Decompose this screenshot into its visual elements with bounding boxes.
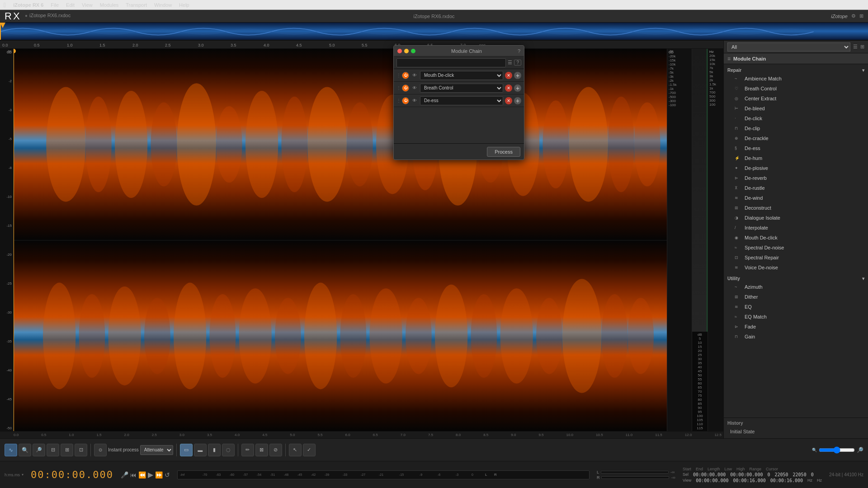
help-icon[interactable]: ? [518, 48, 520, 54]
eye-button-de-ess[interactable]: 👁 [411, 97, 418, 104]
minimize-button[interactable] [404, 49, 409, 53]
chain-module-select-3[interactable]: De-ess [420, 96, 503, 105]
right-panel: All Repair Utility ☰ ⊞ ≡ Module Chain Re… [723, 41, 868, 438]
module-item-de-click[interactable]: ⋅ De-click [724, 113, 868, 123]
grid-icon[interactable]: ⊞ [859, 13, 863, 19]
time-select-btn[interactable]: ▬ [194, 444, 207, 456]
zoom-tool-btn[interactable]: ✓ [303, 444, 316, 456]
freq-select-btn[interactable]: ▮ [208, 444, 221, 456]
zoom-fit-btn[interactable]: ⊟ [47, 444, 59, 456]
waveform-view-btn[interactable]: ∿ [5, 444, 17, 456]
module-item-de-crackle[interactable]: ⊕ De-crackle [724, 133, 868, 143]
module-item-eq[interactable]: ≋ EQ [724, 302, 868, 312]
chain-module-select-2[interactable]: Breath Control [420, 84, 503, 93]
module-item-de-hum[interactable]: ⚡ De-hum [724, 153, 868, 163]
module-item-gain[interactable]: ⊓ Gain [724, 332, 868, 342]
rewind-btn[interactable]: ⏮ [130, 471, 137, 479]
history-item-initial-state[interactable]: Initial State [727, 427, 864, 436]
module-item-center-extract[interactable]: ◎ Center Extract [724, 94, 868, 103]
module-item-de-wind[interactable]: ≋ De-wind [724, 193, 868, 203]
loop-btn[interactable]: ↺ [165, 471, 170, 479]
close-button[interactable] [397, 49, 402, 53]
zoom-in-btn[interactable]: 🔍 [19, 444, 31, 456]
remove-button-3[interactable]: × [505, 97, 512, 104]
view-menu-item[interactable]: View [82, 2, 93, 8]
bottom-waveform-panel[interactable] [14, 241, 667, 431]
module-item-mouth-de-click[interactable]: ◉ Mouth De-click [724, 233, 868, 243]
module-item-ambience-match[interactable]: ~ Ambience Match [724, 74, 868, 84]
apple-menu[interactable]:  [4, 1, 6, 9]
transport-menu-item[interactable]: Transport [126, 2, 147, 8]
add-button-3[interactable]: + [514, 97, 521, 104]
module-item-de-rustle[interactable]: ⊼ De-rustle [724, 183, 868, 193]
chain-module-select-1[interactable]: Mouth De-click [420, 71, 503, 80]
lasso-select-btn[interactable]: ◌ [222, 444, 235, 456]
zoom-selection-btn[interactable]: ⊞ [61, 444, 73, 456]
module-item-label: Deconstruct [745, 205, 771, 211]
top-waveform-panel[interactable] [14, 49, 667, 240]
remove-button-2[interactable]: × [505, 84, 512, 92]
zoom-slider[interactable] [819, 446, 855, 454]
module-item-deconstruct[interactable]: ⊞ Deconstruct [724, 203, 868, 213]
module-item-voice-de-noise[interactable]: ≋ Voice De-noise [724, 263, 868, 272]
module-item-de-plosive[interactable]: ✦ De-plosive [724, 163, 868, 173]
pointer-tool-btn[interactable]: ↖ [289, 444, 302, 456]
module-item-dither[interactable]: ⊞ Dither [724, 292, 868, 302]
svg-text:-70: -70 [203, 473, 207, 476]
module-chain-help-icon[interactable]: ? [514, 60, 521, 66]
zoom-fit-all-icon[interactable]: 🔎 [857, 447, 863, 453]
maximize-button[interactable] [411, 49, 415, 53]
svg-text:4.0: 4.0 [264, 43, 269, 47]
instant-process-toggle[interactable]: ⊙ [94, 444, 107, 456]
module-chain-list-icon[interactable]: ☰ [508, 60, 512, 66]
instant-process-mode-select[interactable]: Attenuate [140, 445, 173, 455]
module-item-de-ess[interactable]: § De-ess [724, 143, 868, 153]
module-chain-search-input[interactable] [396, 58, 506, 67]
help-menu-item[interactable]: Help [179, 2, 189, 8]
module-item-dialogue-isolate[interactable]: ◑ Dialogue Isolate [724, 213, 868, 223]
module-item-interpolate[interactable]: / Interpolate [724, 223, 868, 233]
repair-category-header[interactable]: Repair ▾ [724, 66, 868, 74]
module-item-de-clip[interactable]: ⊓ De-clip [724, 123, 868, 133]
settings-icon[interactable]: ⚙ [851, 13, 856, 19]
add-button-2[interactable]: + [514, 84, 521, 92]
eye-button-breath-control[interactable]: 👁 [411, 84, 418, 92]
edit-menu-item[interactable]: Edit [66, 2, 75, 8]
window-menu-item[interactable]: Window [154, 2, 172, 8]
remove-button-1[interactable]: × [505, 72, 512, 79]
module-item-de-bleed[interactable]: ⊢ De-bleed [724, 103, 868, 113]
zoom-all-btn[interactable]: ⊡ [75, 444, 87, 456]
power-button-de-ess[interactable]: ⏻ [402, 97, 409, 104]
eraser-tool-btn[interactable]: ⊘ [269, 444, 282, 456]
module-item-de-reverb[interactable]: ⊳ De-reverb [724, 173, 868, 183]
app-menu-item[interactable]: iZotope RX 6 [13, 2, 43, 8]
file-menu-item[interactable]: File [51, 2, 59, 8]
power-button-mouth-de-click[interactable]: ⏻ [402, 72, 409, 79]
gain-icon: ⊓ [735, 334, 741, 339]
module-item-spectral-de-noise[interactable]: ≈ Spectral De-noise [724, 243, 868, 253]
zoom-out-btn[interactable]: 🔎 [33, 444, 45, 456]
utility-category-header[interactable]: Utility ▾ [724, 274, 868, 282]
play-btn[interactable]: ▶ [148, 470, 153, 479]
category-filter-select[interactable]: All Repair Utility [727, 42, 850, 52]
pencil-tool-btn[interactable]: ✏ [241, 444, 254, 456]
module-item-azimuth[interactable]: ~ Azimuth [724, 282, 868, 292]
window-traffic-lights[interactable] [397, 49, 415, 53]
module-item-breath-control[interactable]: ♡ Breath Control [724, 84, 868, 94]
select-tool-btn[interactable]: ▭ [180, 444, 193, 456]
back-btn[interactable]: ⏪ [138, 471, 146, 479]
modules-menu-item[interactable]: Modules [100, 2, 119, 8]
timeline-ruler: 0.0 0.5 1.0 1.5 2.0 2.5 3.0 3.5 4.0 4.5 … [0, 41, 723, 49]
timecode-format-selector[interactable]: h:ms.ms ▾ [5, 473, 24, 477]
brush-tool-btn[interactable]: ⊠ [255, 444, 268, 456]
forward-btn[interactable]: ⏩ [155, 471, 163, 479]
main-waveform-display[interactable] [14, 49, 667, 431]
power-button-breath-control[interactable]: ⏻ [402, 84, 409, 92]
module-item-fade[interactable]: ⊳ Fade [724, 322, 868, 332]
process-button[interactable]: Process [487, 147, 520, 157]
module-item-spectral-repair[interactable]: ⊡ Spectral Repair [724, 253, 868, 263]
module-item-eq-match[interactable]: ≈ EQ Match [724, 312, 868, 322]
eye-button-mouth-de-click[interactable]: 👁 [411, 72, 418, 79]
timeline-svg: 0.0 0.5 1.0 1.5 2.0 2.5 3.0 3.5 4.0 4.5 … [0, 41, 723, 49]
add-button-1[interactable]: + [514, 72, 521, 79]
